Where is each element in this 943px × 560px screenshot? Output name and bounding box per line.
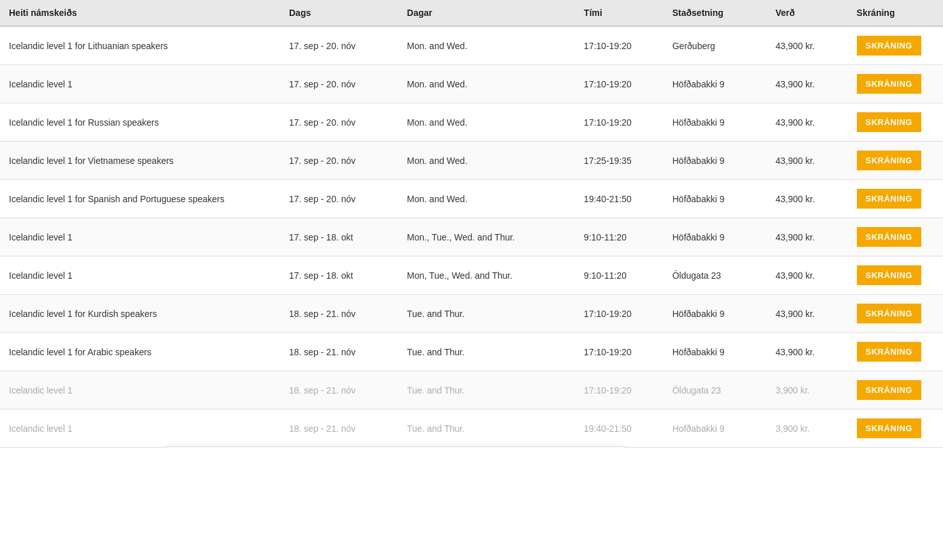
course-table-container: Heiti námskeiðs Dags Dagar Tími Staðsetn… (0, 0, 943, 448)
table-row: Icelandic level 1 for Spanish and Portug… (0, 180, 943, 218)
course-timi: 17:25-19:35 (575, 142, 664, 180)
course-skraning-cell: SKRÁNING (848, 142, 943, 180)
course-dagar: Mon., Tue., Wed. and Thur. (398, 218, 575, 256)
course-verd: 43,900 kr. (766, 65, 847, 103)
table-row: Icelandic level 1 for Lithuanian speaker… (0, 26, 943, 65)
skraning-button[interactable]: SKRÁNING (857, 265, 921, 285)
course-name: Icelandic level 1 for Russian speakers (0, 103, 280, 142)
table-row: Icelandic level 117. sep - 20. nóvMon. a… (0, 65, 943, 103)
course-stadsetning: Höfðabakki 9 (664, 333, 767, 371)
header-verd: Verð (766, 0, 847, 26)
course-stadsetning: Höfðabakki 9 (664, 65, 767, 103)
course-name: Icelandic level 1 for Vietnamese speaker… (0, 142, 280, 180)
course-name: Icelandic level 1 for Arabic speakers (0, 333, 280, 371)
table-row: Icelandic level 1 for Arabic speakers18.… (0, 333, 943, 371)
course-dagar: Tue. and Thur. (398, 295, 575, 333)
skraning-button[interactable]: SKRÁNING (857, 342, 921, 362)
course-dagar: Mon. and Wed. (398, 65, 575, 103)
course-dags: 17. sep - 18. okt (280, 218, 398, 256)
course-name: Icelandic level 1 for Kurdish speakers (0, 295, 280, 333)
course-dagar: Mon. and Wed. (398, 103, 575, 142)
course-dagar: Mon. and Wed. (398, 142, 575, 180)
course-stadsetning: Gerðuberg (664, 26, 767, 65)
course-dagar: Mon. and Wed. (398, 26, 575, 65)
course-stadsetning: Öldugata 23 (664, 371, 767, 409)
course-stadsetning: Höfðabakki 9 (664, 295, 767, 333)
course-dags: 17. sep - 20. nóv (280, 103, 398, 142)
course-timi: 17:10-19:20 (575, 65, 664, 103)
course-verd: 3,900 kr. (766, 409, 847, 448)
course-verd: 43,900 kr. (766, 26, 847, 65)
skraning-button[interactable]: SKRÁNING (857, 112, 921, 132)
course-dags: 18. sep - 21. nóv (280, 295, 398, 333)
course-stadsetning: Höfðabakki 9 (664, 103, 767, 142)
skraning-button[interactable]: SKRÁNING (857, 418, 921, 438)
course-skraning-cell: SKRÁNING (848, 180, 943, 218)
header-skraning: Skráning (848, 0, 943, 26)
courses-table: Heiti námskeiðs Dags Dagar Tími Staðsetn… (0, 0, 943, 448)
table-row: Icelandic level 118. sep - 21. nóvTue. a… (0, 409, 943, 448)
course-dagar: Tue. and Thur. (398, 409, 575, 448)
skraning-button[interactable]: SKRÁNING (857, 227, 921, 247)
course-skraning-cell: SKRÁNING (848, 218, 943, 256)
skraning-button[interactable]: SKRÁNING (857, 189, 921, 209)
course-timi: 17:10-19:20 (575, 295, 664, 333)
course-verd: 43,900 kr. (766, 180, 847, 218)
cookie-consent-overlay: Með því að heimsækja síðuna okkar samþyk… (166, 446, 625, 448)
course-name: Icelandic level 1 for Lithuanian speaker… (0, 26, 280, 65)
course-skraning-cell: SKRÁNING (848, 26, 943, 65)
course-dags: 18. sep - 21. nóv (280, 371, 398, 409)
course-skraning-cell: SKRÁNING (848, 371, 943, 409)
course-name: Icelandic level 1 for Spanish and Portug… (0, 180, 280, 218)
course-dags: 17. sep - 20. nóv (280, 26, 398, 65)
course-verd: 43,900 kr. (766, 142, 847, 180)
table-row: Icelandic level 117. sep - 18. oktMon., … (0, 218, 943, 256)
course-timi: 19:40-21:50 (575, 409, 664, 448)
course-dags: 18. sep - 21. nóv (280, 409, 398, 448)
course-stadsetning: Hofðabakki 9 (664, 409, 767, 448)
course-dagar: Tue. and Thur. (398, 333, 575, 371)
skraning-button[interactable]: SKRÁNING (857, 380, 921, 400)
course-timi: 19:40-21:50 (575, 180, 664, 218)
course-skraning-cell: SKRÁNING (848, 333, 943, 371)
course-stadsetning: Öldugata 23 (664, 256, 767, 295)
course-dags: 17. sep - 20. nóv (280, 180, 398, 218)
course-name: Icelandic level 1 (0, 256, 280, 295)
table-row: Icelandic level 1 for Kurdish speakers18… (0, 295, 943, 333)
course-name: Icelandic level 1 (0, 218, 280, 256)
course-timi: 9:10-11:20 (575, 218, 664, 256)
table-row: Icelandic level 117. sep - 18. oktMon, T… (0, 256, 943, 295)
table-row: Icelandic level 1 for Russian speakers17… (0, 103, 943, 142)
skraning-button[interactable]: SKRÁNING (857, 74, 921, 94)
header-stadsetning: Staðsetning (664, 0, 767, 26)
course-skraning-cell: SKRÁNING (848, 409, 943, 448)
course-stadsetning: Höfðabakki 9 (664, 180, 767, 218)
course-name: Icelandic level 1 (0, 371, 280, 409)
header-dags: Dags (280, 0, 398, 26)
header-dagar: Dagar (398, 0, 575, 26)
course-skraning-cell: SKRÁNING (848, 103, 943, 142)
course-dags: 17. sep - 18. okt (280, 256, 398, 295)
course-dags: 17. sep - 20. nóv (280, 142, 398, 180)
course-verd: 43,900 kr. (766, 218, 847, 256)
skraning-button[interactable]: SKRÁNING (857, 36, 921, 55)
course-skraning-cell: SKRÁNING (848, 256, 943, 295)
course-timi: 17:10-19:20 (575, 26, 664, 65)
header-timi: Tími (575, 0, 664, 26)
course-dags: 17. sep - 20. nóv (280, 65, 398, 103)
course-dagar: Tue. and Thur. (398, 371, 575, 409)
skraning-button[interactable]: SKRÁNING (857, 151, 921, 170)
course-dagar: Mon, Tue., Wed. and Thur. (398, 256, 575, 295)
course-timi: 17:10-19:20 (575, 371, 664, 409)
course-verd: 43,900 kr. (766, 333, 847, 371)
course-skraning-cell: SKRÁNING (848, 295, 943, 333)
table-row: Icelandic level 1 for Vietnamese speaker… (0, 142, 943, 180)
course-verd: 3,900 kr. (766, 371, 847, 409)
course-verd: 43,900 kr. (766, 295, 847, 333)
course-stadsetning: Höfðabakki 9 (664, 218, 767, 256)
course-skraning-cell: SKRÁNING (848, 65, 943, 103)
skraning-button[interactable]: SKRÁNING (857, 304, 921, 323)
course-timi: 17:10-19:20 (575, 333, 664, 371)
course-dagar: Mon. and Wed. (398, 180, 575, 218)
header-name: Heiti námskeiðs (0, 0, 280, 26)
